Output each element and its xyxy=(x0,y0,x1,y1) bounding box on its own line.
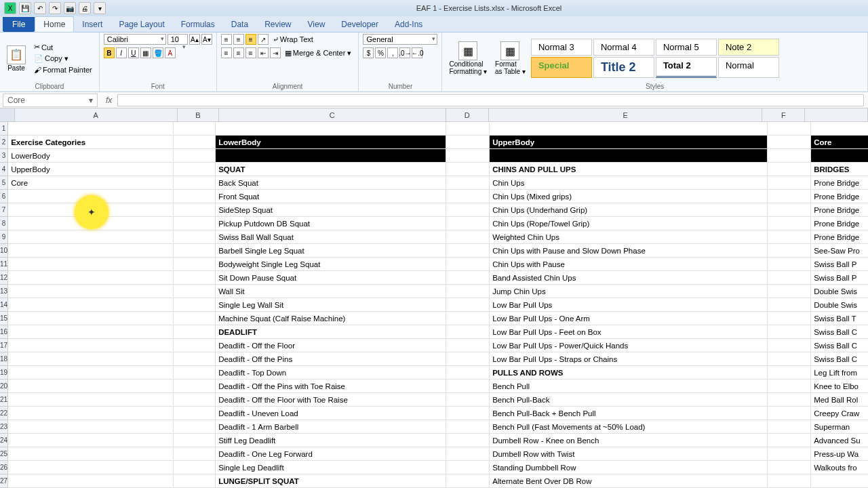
cell[interactable]: Double Swis xyxy=(811,298,868,312)
row-head[interactable]: 16 xyxy=(0,325,8,339)
cell[interactable] xyxy=(768,217,811,230)
cell[interactable] xyxy=(768,312,811,325)
align-left-icon[interactable]: ≡ xyxy=(221,47,232,58)
cell[interactable] xyxy=(8,352,174,366)
orientation-icon[interactable]: ↗ xyxy=(258,34,269,45)
cell[interactable] xyxy=(768,122,811,136)
cell[interactable]: Advanced Su xyxy=(811,434,868,447)
cell[interactable] xyxy=(174,163,216,176)
row-head[interactable]: 24 xyxy=(0,434,8,447)
cell[interactable] xyxy=(768,447,811,461)
cell[interactable] xyxy=(446,447,490,461)
col-head-c[interactable]: C xyxy=(219,108,446,121)
cell[interactable] xyxy=(446,271,490,285)
cell[interactable]: Chin Ups with Pause and Slow Down Phase xyxy=(490,244,768,258)
cell[interactable] xyxy=(446,230,490,244)
indent-dec-icon[interactable]: ⇤ xyxy=(258,47,269,58)
cell[interactable]: SQUAT xyxy=(216,163,446,176)
cell[interactable]: Dumbell Row - Knee on Bench xyxy=(490,434,768,447)
cell[interactable] xyxy=(768,380,811,393)
row-head[interactable]: 25 xyxy=(0,447,8,461)
cell[interactable]: Jump Chin Ups xyxy=(490,285,768,298)
italic-button[interactable]: I xyxy=(116,47,127,58)
cell[interactable] xyxy=(768,285,811,298)
cell[interactable]: Pickup Putdown DB Squat xyxy=(216,217,446,230)
cell[interactable]: Sit Down Pause Squat xyxy=(216,271,446,285)
cell[interactable] xyxy=(174,176,216,190)
cell[interactable]: Alternate Bent Over DB Row xyxy=(490,474,768,488)
col-head-g[interactable] xyxy=(805,108,868,121)
cell[interactable] xyxy=(174,434,216,447)
cell[interactable] xyxy=(174,217,216,230)
cell[interactable]: Deadlift - 1 Arm Barbell xyxy=(216,420,446,434)
decimal-dec-icon[interactable]: ←.0 xyxy=(412,47,422,58)
cell[interactable] xyxy=(8,298,174,312)
percent-icon[interactable]: % xyxy=(375,47,386,58)
cell[interactable]: Walkouts fro xyxy=(811,461,868,474)
cell[interactable] xyxy=(174,203,216,217)
cell[interactable]: Chin Ups (Underhand Grip) xyxy=(490,203,768,217)
cell[interactable] xyxy=(8,271,174,285)
row-head[interactable]: 3 xyxy=(0,149,8,163)
align-top-icon[interactable]: ≡ xyxy=(221,34,232,45)
cell[interactable]: PULLS AND ROWS xyxy=(490,366,768,380)
qat-more-icon[interactable]: ▾ xyxy=(94,2,106,14)
row-head[interactable]: 10 xyxy=(0,244,8,258)
cell[interactable]: BRIDGES xyxy=(811,163,868,176)
bold-button[interactable]: B xyxy=(104,47,115,58)
cell[interactable]: Band Assisted Chin Ups xyxy=(490,271,768,285)
row-head[interactable]: 8 xyxy=(0,217,8,230)
cell[interactable] xyxy=(216,149,446,163)
cell[interactable] xyxy=(446,217,490,230)
cell[interactable]: Bench Pull (Fast Movements at ~50% Load) xyxy=(490,420,768,434)
cell[interactable] xyxy=(446,366,490,380)
cell[interactable] xyxy=(8,447,174,461)
cell[interactable]: Prone Bridge xyxy=(811,217,868,230)
cell[interactable] xyxy=(768,203,811,217)
col-head-a[interactable]: A xyxy=(15,108,178,121)
row-head[interactable]: 1 xyxy=(0,122,8,136)
row-head[interactable]: 5 xyxy=(0,176,8,190)
tab-developer[interactable]: Developer xyxy=(333,17,387,32)
align-right-icon[interactable]: ≡ xyxy=(245,47,256,58)
tab-page-layout[interactable]: Page Layout xyxy=(111,17,172,32)
cell[interactable]: Prone Bridge xyxy=(811,230,868,244)
cell[interactable] xyxy=(768,136,811,149)
cell[interactable] xyxy=(174,393,216,407)
cell[interactable] xyxy=(768,407,811,420)
cell[interactable] xyxy=(446,420,490,434)
align-bottom-icon[interactable]: ≡ xyxy=(245,34,256,45)
row-head[interactable]: 7 xyxy=(0,203,8,217)
cell[interactable] xyxy=(768,352,811,366)
cell[interactable] xyxy=(490,149,768,163)
cell[interactable]: Standing Dumbbell Row xyxy=(490,461,768,474)
cell[interactable]: Bench Pull-Back xyxy=(490,393,768,407)
cell[interactable]: Deadlift - Off the Floor xyxy=(216,339,446,352)
cell[interactable] xyxy=(446,136,490,149)
cell[interactable] xyxy=(174,244,216,258)
cell[interactable] xyxy=(174,190,216,203)
row-head[interactable]: 14 xyxy=(0,298,8,312)
row-head[interactable]: 6 xyxy=(0,190,8,203)
cell[interactable]: DEADLIFT xyxy=(216,325,446,339)
border-button[interactable]: ▦ xyxy=(140,47,151,58)
redo-button[interactable]: ↷ xyxy=(49,2,61,14)
copy-button[interactable]: 📄Copy ▾ xyxy=(31,54,95,64)
tab-home[interactable]: Home xyxy=(35,16,74,32)
cell[interactable]: LowerBody xyxy=(216,136,446,149)
style-box[interactable]: Normal 3 xyxy=(531,39,592,56)
cell[interactable] xyxy=(768,393,811,407)
cell[interactable]: LUNGE/SPLIT SQUAT xyxy=(216,474,446,488)
cell[interactable]: Med Ball Rol xyxy=(811,393,868,407)
cell[interactable]: Front Squat xyxy=(216,190,446,203)
cell[interactable]: CHINS AND PULL UPS xyxy=(490,163,768,176)
cell[interactable] xyxy=(174,285,216,298)
cell[interactable] xyxy=(446,176,490,190)
cell[interactable] xyxy=(174,230,216,244)
cell[interactable] xyxy=(768,434,811,447)
style-box[interactable]: Total 2 xyxy=(656,57,717,78)
cell[interactable] xyxy=(174,136,216,149)
row-head[interactable]: 2 xyxy=(0,136,8,149)
cell[interactable] xyxy=(174,407,216,420)
cell[interactable] xyxy=(174,420,216,434)
